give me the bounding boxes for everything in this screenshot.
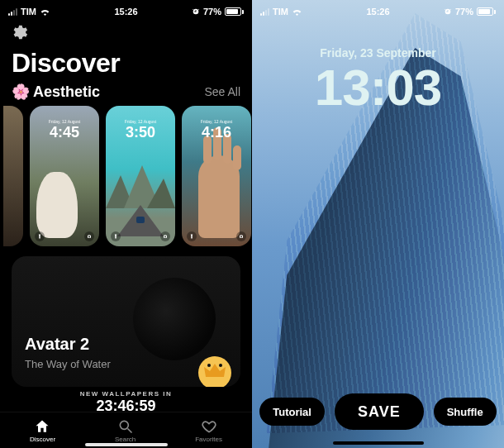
svg-point-5 xyxy=(219,364,222,367)
svg-line-7 xyxy=(127,428,131,432)
card-time: 4:45 xyxy=(30,124,99,141)
search-icon xyxy=(117,418,134,435)
wallpaper-card[interactable] xyxy=(3,106,23,246)
lockscreen-time: 13:03 xyxy=(252,58,504,117)
section-name: Aesthetic xyxy=(33,83,100,101)
svg-point-6 xyxy=(120,421,128,429)
flower-icon: 🌸 xyxy=(12,83,30,101)
signal-icon xyxy=(8,8,17,16)
section-header: 🌸 Aesthetic See All xyxy=(12,83,240,101)
shuffle-button[interactable]: Shuffle xyxy=(434,398,497,426)
tab-label: Search xyxy=(115,436,136,443)
tab-label: Favorites xyxy=(195,436,222,443)
action-row: Tutorial SAVE Shuffle xyxy=(252,393,504,430)
flashlight-icon xyxy=(187,231,197,241)
tab-label: Discover xyxy=(30,436,55,443)
feature-title: Avatar 2 xyxy=(25,335,89,354)
featured-banner[interactable]: Avatar 2 The Way of Water xyxy=(12,256,240,387)
camera-icon xyxy=(160,231,170,241)
carrier-label: TIM xyxy=(21,7,36,17)
wallpaper-card[interactable]: Friday, 12 August 3:50 xyxy=(106,106,175,246)
wallpaper-preview-screen: TIM 15:26 77% Friday, 23 September 13:03… xyxy=(252,0,504,448)
battery-pct: 77% xyxy=(455,7,473,17)
home-icon xyxy=(34,418,50,435)
flashlight-icon xyxy=(111,231,121,241)
wallpaper-card[interactable]: Friday, 12 August 4:45 xyxy=(30,106,99,246)
svg-point-4 xyxy=(207,364,211,367)
battery-icon xyxy=(225,7,244,16)
premium-badge[interactable] xyxy=(196,354,234,387)
feature-subtitle: The Way of Water xyxy=(25,358,111,370)
status-bar: TIM 15:26 77% xyxy=(0,0,252,20)
tab-favorites[interactable]: Favorites xyxy=(195,418,222,443)
heart-icon xyxy=(201,418,217,435)
alarm-icon xyxy=(192,7,200,16)
wifi-icon xyxy=(292,7,302,16)
battery-icon xyxy=(477,7,496,16)
save-button[interactable]: SAVE xyxy=(335,393,424,430)
tab-discover[interactable]: Discover xyxy=(30,418,55,443)
countdown-label: NEW WALLPAPERS IN xyxy=(0,390,252,398)
gear-icon xyxy=(10,23,28,41)
alarm-icon xyxy=(444,7,452,16)
home-indicator[interactable] xyxy=(85,443,168,446)
battery-pct: 77% xyxy=(203,7,221,17)
page-title: Discover xyxy=(12,48,120,79)
home-indicator[interactable] xyxy=(333,441,424,445)
card-time: 4:16 xyxy=(182,124,251,141)
flashlight-icon xyxy=(35,231,45,241)
settings-button[interactable] xyxy=(10,23,28,41)
wallpaper-card[interactable]: Friday, 12 August 4:16 xyxy=(182,106,251,246)
wifi-icon xyxy=(40,7,50,16)
signal-icon xyxy=(260,8,269,16)
tab-search[interactable]: Search xyxy=(115,418,136,443)
card-time: 3:50 xyxy=(106,124,175,141)
carrier-label: TIM xyxy=(273,7,288,17)
wallpaper-carousel[interactable]: Friday, 12 August 4:45 Friday, 12 August… xyxy=(0,106,252,246)
status-bar: TIM 15:26 77% xyxy=(252,0,504,20)
camera-icon xyxy=(84,231,94,241)
camera-icon xyxy=(236,231,246,241)
see-all-link[interactable]: See All xyxy=(204,85,240,98)
app-discover-screen: TIM 15:26 77% Discover 🌸 Aesthetic See A… xyxy=(0,0,252,448)
tutorial-button[interactable]: Tutorial xyxy=(259,398,325,426)
panther-image xyxy=(133,278,216,360)
